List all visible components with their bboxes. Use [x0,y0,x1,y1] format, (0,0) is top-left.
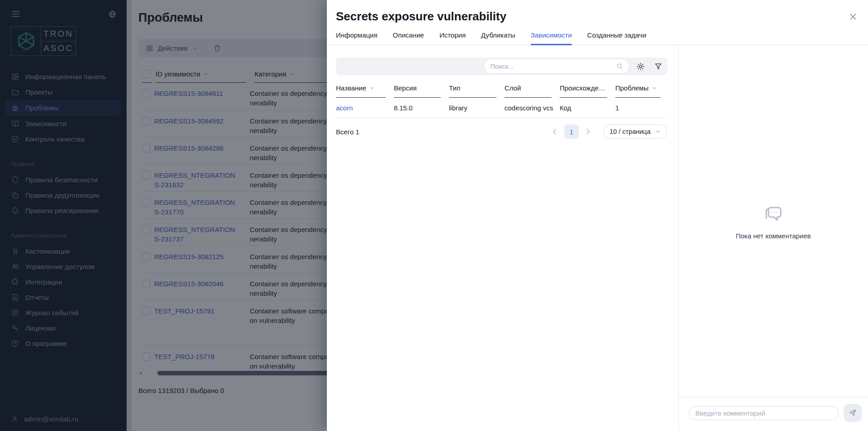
gear-icon[interactable] [636,62,645,71]
search-icon [616,62,623,70]
page-size-select[interactable]: 10 / страница [603,124,667,139]
dependency-type: library [449,98,496,118]
column-header-origin[interactable]: Происхождение [560,84,607,98]
dependency-name-link[interactable]: acorn [336,104,353,112]
app-root: TRON ASOC Информационная панель Проекты … [0,0,868,431]
dependency-version: 8.15.0 [394,98,441,118]
sort-icon [369,85,375,91]
column-header-type[interactable]: Тип [449,84,496,98]
dependencies-table-header: Название Версия Тип Слой Происхождение [336,84,667,98]
dependency-row: acorn 8.15.0 library codescoring vcs Код… [336,98,667,118]
modal-tab[interactable]: История [439,31,466,45]
modal-tab[interactable]: Зависимости [531,31,572,45]
dependency-origin: Код [560,98,607,118]
page-number-button[interactable]: 1 [564,124,579,139]
chat-bubbles-icon [761,203,786,224]
vulnerability-drawer: Secrets exposure vulnerability Информаци… [327,0,868,431]
modal-tab[interactable]: Созданные задачи [587,31,646,45]
modal-tab[interactable]: Описание [393,31,424,45]
comment-input[interactable] [689,406,839,420]
filter-icon[interactable] [654,62,663,71]
modal-tabs: Информация Описание История Дубликаты За… [327,24,868,45]
send-comment-button[interactable] [844,404,862,422]
modal-tab[interactable]: Дубликаты [481,31,515,45]
column-header-name[interactable]: Название [336,84,386,98]
chevron-left-icon[interactable] [550,127,560,137]
chevron-right-icon[interactable] [583,127,593,137]
column-header-problems[interactable]: Проблемы [615,84,660,98]
chevron-down-icon [655,128,661,135]
column-header-layer[interactable]: Слой [505,84,552,98]
modal-tab[interactable]: Информация [336,31,377,45]
sort-icon [651,85,657,91]
search-box [484,59,629,74]
comments-panel: Пока нет комментариев [678,45,868,431]
dependencies-pane: Название Версия Тип Слой Происхождение [327,45,678,431]
send-icon [848,408,857,417]
pagination: Всего 1 1 10 / страница [336,124,667,139]
modal-title: Secrets exposure vulnerability [336,9,859,24]
dependency-problems: 1 [615,98,660,118]
column-header-version[interactable]: Версия [394,84,441,98]
dependencies-toolbar [336,57,667,75]
comments-empty-text: Пока нет комментариев [736,232,811,240]
modal-backdrop[interactable] [0,0,327,431]
search-input[interactable] [491,63,616,70]
pagination-total: Всего 1 [336,128,359,136]
close-icon[interactable] [848,12,858,22]
dependency-layer: codescoring vcs [505,98,552,118]
